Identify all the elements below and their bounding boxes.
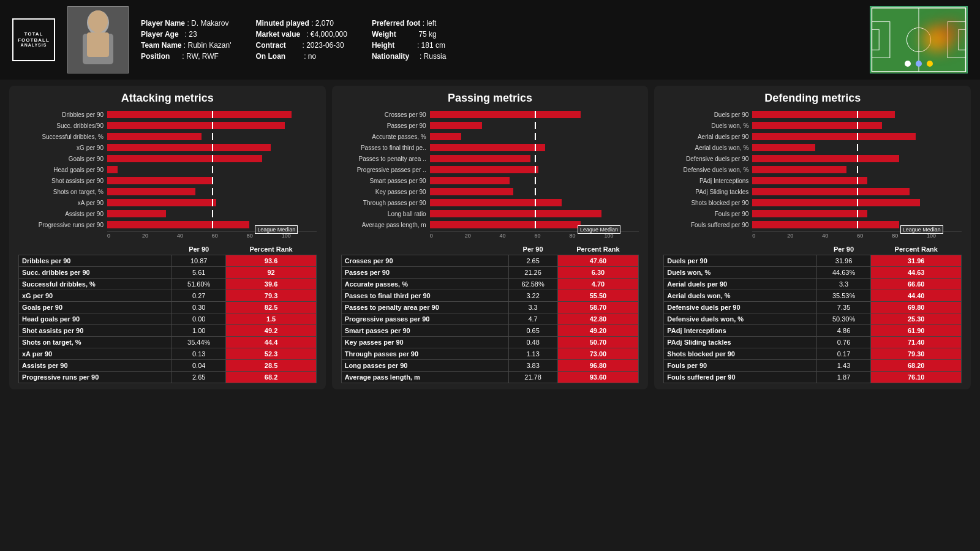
per90-cell: 4.7: [508, 313, 557, 325]
league-median-line: [857, 221, 858, 228]
bar-label: Smart passes per 90: [341, 178, 430, 184]
bar-label: Aerial duels per 90: [663, 133, 752, 140]
table-row: Head goals per 90 0.00 1.5: [19, 313, 317, 325]
player-photo: [67, 6, 129, 73]
per90-cell: 0.76: [816, 337, 871, 348]
defending-table: Per 90 Percent Rank Duels per 90 31.96 3…: [663, 244, 962, 383]
pct-cell: 82.5: [226, 302, 316, 313]
league-median-line: [857, 133, 858, 140]
per90-cell: 50.30%: [816, 313, 871, 325]
table-row: Average pass length, m 21.78 93.60: [341, 372, 639, 383]
table-row: Passes per 90 21.26 6.30: [341, 267, 639, 279]
table-row: Shots blocked per 90 0.17 79.30: [664, 348, 962, 360]
league-median-line: [857, 122, 858, 129]
defending-bar-chart: Duels per 90 Duels won, % Aerial duels p…: [663, 110, 962, 239]
metric-cell: PAdj Sliding tackles: [664, 337, 816, 348]
metric-cell: Through passes per 90: [341, 348, 508, 360]
table-row: Aerial duels won, % 35.53% 44.40: [664, 290, 962, 302]
bar-label: Defensive duels per 90: [663, 156, 752, 162]
passing-title: Passing metrics: [341, 92, 639, 105]
per90-cell: 5.61: [172, 267, 226, 279]
bar-track: [430, 166, 639, 173]
table-row: xG per 90 0.27 79.3: [19, 290, 317, 302]
metric-cell: Dribbles per 90: [19, 255, 172, 267]
bar-fill: [107, 210, 166, 217]
logo: TOTAL FOOTBALL ANALYSIS: [12, 18, 55, 61]
passing-panel: Passing metrics Crosses per 90 Passes pe…: [332, 86, 649, 389]
bar-label: Successful dribbles, %: [18, 133, 107, 140]
pct-cell: 44.63: [871, 267, 962, 279]
bar-row: Succ. dribbles/90: [18, 121, 317, 130]
main-content: Attacking metrics Dribbles per 90 Succ. …: [0, 80, 980, 395]
league-median-label: League Median: [255, 225, 298, 234]
per90-cell: 1.43: [816, 360, 871, 372]
per90-cell: 3.3: [816, 279, 871, 290]
bar-track: [752, 133, 962, 140]
table-row: Aerial duels per 90 3.3 66.60: [664, 279, 962, 290]
attacking-panel: Attacking metrics Dribbles per 90 Succ. …: [9, 86, 326, 389]
per90-cell: 1.13: [508, 348, 557, 360]
league-median-line: [857, 199, 858, 206]
per90-cell: 0.13: [172, 348, 226, 360]
attacking-bar-chart: Dribbles per 90 Succ. dribbles/90 Succes…: [18, 110, 317, 239]
bar-fill: [752, 188, 909, 195]
table-row: xA per 90 0.13 52.3: [19, 348, 317, 360]
attacking-table: Per 90 Percent Rank Dribbles per 90 10.8…: [18, 244, 317, 383]
bar-fill: [107, 221, 249, 228]
bar-track: [430, 144, 639, 151]
metric-cell: Successful dribbles, %: [19, 279, 172, 290]
axis-tick: 20: [465, 233, 500, 239]
axis-tick: 60: [535, 233, 570, 239]
league-median-line: [535, 210, 536, 217]
table-row: Duels won, % 44.63% 44.63: [664, 267, 962, 279]
league-median-line: [535, 133, 536, 140]
bar-label: Succ. dribbles/90: [18, 122, 107, 129]
bar-fill: [430, 144, 545, 151]
metric-cell: Succ. dribbles per 90: [19, 267, 172, 279]
pct-cell: 50.70: [557, 337, 639, 348]
pct-cell: 6.30: [557, 267, 639, 279]
per90-cell: 0.30: [172, 302, 226, 313]
per90-cell: 0.27: [172, 290, 226, 302]
bar-label: PAdj Sliding tackles: [663, 189, 752, 195]
pct-cell: 31.96: [871, 255, 962, 267]
bar-fill: [107, 133, 202, 140]
bar-fill: [752, 210, 867, 217]
metric-cell: Passes to penalty area per 90: [341, 302, 508, 313]
pct-cell: 73.00: [557, 348, 639, 360]
metric-cell: xA per 90: [19, 348, 172, 360]
pct-cell: 96.80: [557, 360, 639, 372]
bar-row: Passes per 90: [341, 121, 639, 130]
per90-cell: 35.53%: [816, 290, 871, 302]
passing-col-per90: Per 90: [508, 244, 557, 255]
defending-col-per90: Per 90: [816, 244, 871, 255]
metric-cell: Smart passes per 90: [341, 325, 508, 337]
bar-label: Defensive duels won, %: [663, 167, 752, 173]
axis-tick: 20: [787, 233, 822, 239]
league-median-label: League Median: [578, 225, 620, 234]
per90-cell: 21.78: [508, 372, 557, 383]
bar-row: Crosses per 90: [341, 110, 639, 119]
league-median-line: [212, 144, 213, 151]
bar-row: PAdj Interceptions: [663, 176, 962, 186]
per90-cell: 1.87: [816, 372, 871, 383]
bar-track: [107, 122, 317, 129]
per90-cell: 44.63%: [816, 267, 871, 279]
metric-cell: Shots on target, %: [19, 337, 172, 348]
bar-row: Long ball ratio: [341, 209, 639, 219]
bar-label: Aerial duels won, %: [663, 144, 752, 151]
per90-cell: 51.60%: [172, 279, 226, 290]
metric-cell: Crosses per 90: [341, 255, 508, 267]
attacking-col-pct: Percent Rank: [226, 244, 316, 255]
per90-cell: 35.44%: [172, 337, 226, 348]
pct-cell: 61.90: [871, 325, 962, 337]
minutes-played: Minuted played : 2,070: [256, 19, 347, 28]
player-team: Team Name : Rubin Kazan': [141, 41, 232, 50]
per90-cell: 2.65: [508, 255, 557, 267]
bar-fill: [430, 155, 530, 162]
bar-fill: [430, 166, 539, 173]
info-col-2: Minuted played : 2,070 Market value : €4…: [256, 19, 347, 61]
bar-fill: [107, 122, 285, 129]
axis-tick: 0: [107, 233, 142, 239]
league-median-label: League Median: [900, 225, 943, 234]
